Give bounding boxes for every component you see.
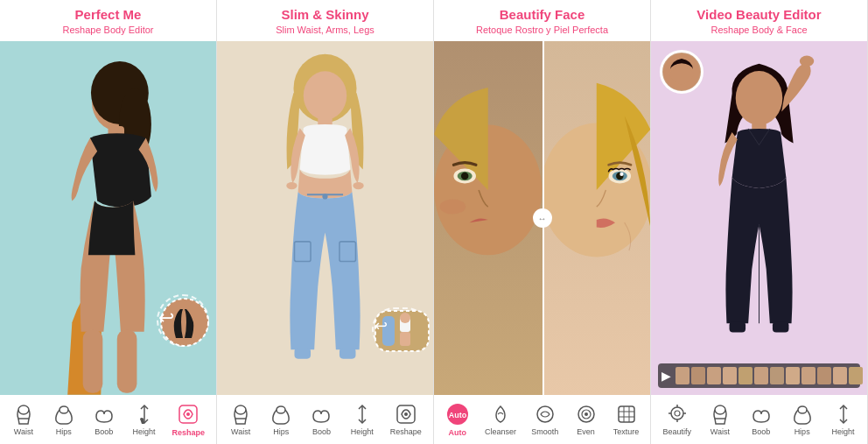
icon-item-waist-1[interactable]: Waist bbox=[11, 402, 36, 437]
card-footer-2: Waist Hips Boob bbox=[217, 395, 433, 444]
svg-rect-58 bbox=[730, 321, 746, 332]
card-footer-3: Auto Auto Cleanser bbox=[434, 395, 650, 444]
cleanser-icon-3 bbox=[488, 402, 513, 426]
card-image-4: ▶ bbox=[651, 41, 867, 395]
svg-point-7 bbox=[18, 405, 29, 414]
thumb-9 bbox=[802, 367, 816, 384]
card-image-2: ↩ bbox=[217, 41, 433, 395]
icon-item-cleanser-3[interactable]: Cleanser bbox=[485, 402, 516, 437]
card-subtitle-2: Slim Waist, Arms, Legs bbox=[220, 24, 430, 36]
card-subtitle-4: Reshape Body & Face bbox=[654, 24, 864, 36]
card-perfect-me: Perfect Me Reshape Body Editor bbox=[0, 0, 217, 444]
card-title-3: Beautify Face bbox=[438, 7, 647, 23]
hips-label-4: Hips bbox=[794, 428, 810, 437]
height-icon-1 bbox=[132, 402, 157, 426]
svg-point-8 bbox=[60, 406, 68, 413]
boob-label-1: Boob bbox=[94, 428, 113, 437]
icon-item-waist-2[interactable]: Waist bbox=[228, 402, 253, 437]
thumb-11 bbox=[833, 367, 847, 384]
svg-rect-26 bbox=[400, 332, 410, 346]
card-header-2: Slim & Skinny Slim Waist, Arms, Legs bbox=[217, 0, 433, 41]
thumb-2 bbox=[691, 367, 705, 384]
curl-arrow-1: ↩ bbox=[158, 307, 174, 329]
height-label-4: Height bbox=[832, 428, 855, 437]
icon-item-auto-3[interactable]: Auto Auto bbox=[445, 402, 470, 437]
svg-point-63 bbox=[675, 411, 680, 416]
svg-point-45 bbox=[537, 406, 553, 422]
svg-point-11 bbox=[186, 412, 190, 416]
waist-icon-4 bbox=[708, 402, 732, 426]
auto-label-3: Auto bbox=[448, 428, 466, 437]
icon-item-waist-4[interactable]: Waist bbox=[708, 402, 732, 437]
svg-point-68 bbox=[715, 405, 725, 414]
card-subtitle-1: Reshape Body Editor bbox=[4, 24, 213, 36]
height-icon-4 bbox=[831, 402, 856, 426]
svg-point-20 bbox=[353, 182, 363, 189]
icon-item-height-2[interactable]: Height bbox=[350, 402, 374, 437]
icon-item-texture-3[interactable]: Texture bbox=[613, 402, 640, 437]
thumb-1 bbox=[676, 367, 690, 384]
height-label-1: Height bbox=[133, 428, 156, 437]
svg-point-32 bbox=[404, 412, 408, 416]
footer-icons-1: Waist Hips Boob bbox=[4, 402, 213, 437]
thumb-12 bbox=[849, 367, 863, 384]
icon-item-hips-1[interactable]: Hips bbox=[52, 402, 76, 437]
icon-item-even-3[interactable]: Even bbox=[574, 402, 598, 437]
card-title-2: Slim & Skinny bbox=[220, 7, 430, 23]
svg-point-28 bbox=[235, 405, 246, 414]
thumb-10 bbox=[817, 367, 831, 384]
waist-label-1: Waist bbox=[14, 428, 33, 437]
svg-rect-22 bbox=[340, 349, 356, 359]
hips-icon-1 bbox=[52, 402, 76, 426]
card-title-1: Perfect Me bbox=[4, 7, 213, 23]
height-icon-2 bbox=[350, 402, 374, 426]
play-button-4[interactable]: ▶ bbox=[662, 369, 671, 383]
waist-label-4: Waist bbox=[710, 428, 730, 437]
avatar-circle-4 bbox=[660, 50, 704, 94]
hips-icon-2 bbox=[269, 402, 293, 426]
svg-point-18 bbox=[322, 194, 327, 200]
icon-item-reshape-2[interactable]: Reshape bbox=[390, 402, 422, 437]
footer-icons-2: Waist Hips Boob bbox=[220, 402, 430, 437]
icon-item-boob-2[interactable]: Boob bbox=[309, 402, 333, 437]
card-footer-1: Waist Hips Boob bbox=[0, 395, 216, 444]
split-arrow: ↔ bbox=[533, 208, 552, 228]
waist-icon-2 bbox=[228, 402, 253, 426]
reshape-icon-1 bbox=[176, 402, 200, 426]
icon-item-boob-1[interactable]: Boob bbox=[92, 402, 116, 437]
icon-item-beautify-4[interactable]: Beautify bbox=[662, 402, 691, 437]
card-image-3: ↔ bbox=[434, 41, 650, 395]
svg-rect-5 bbox=[117, 330, 137, 393]
svg-point-27 bbox=[400, 313, 410, 323]
thumb-4 bbox=[723, 367, 737, 384]
icon-item-reshape-1[interactable]: Reshape bbox=[172, 402, 206, 437]
smooth-label-3: Smooth bbox=[531, 428, 558, 437]
icon-item-height-1[interactable]: Height bbox=[132, 402, 157, 437]
svg-point-48 bbox=[584, 412, 588, 416]
card-subtitle-3: Retoque Rostro y Piel Perfecta bbox=[438, 24, 647, 36]
icon-item-hips-4[interactable]: Hips bbox=[790, 402, 815, 437]
card-header-1: Perfect Me Reshape Body Editor bbox=[0, 0, 216, 41]
boob-icon-2 bbox=[309, 402, 333, 426]
card-video-beauty: Video Beauty Editor Reshape Body & Face bbox=[651, 0, 868, 444]
svg-point-29 bbox=[276, 406, 285, 413]
video-strip-4: ▶ bbox=[658, 363, 860, 388]
svg-point-55 bbox=[736, 71, 783, 125]
card-footer-4: Beautify Waist bbox=[651, 395, 867, 444]
thumb-3 bbox=[707, 367, 721, 384]
icon-item-boob-4[interactable]: Boob bbox=[749, 402, 774, 437]
height-label-2: Height bbox=[351, 428, 374, 437]
svg-rect-49 bbox=[619, 406, 634, 422]
auto-icon-3: Auto bbox=[445, 402, 470, 426]
even-icon-3 bbox=[574, 402, 598, 426]
svg-rect-4 bbox=[83, 330, 103, 393]
cleanser-label-3: Cleanser bbox=[485, 428, 516, 437]
boob-icon-4 bbox=[749, 402, 774, 426]
svg-rect-21 bbox=[295, 349, 312, 359]
icon-item-hips-2[interactable]: Hips bbox=[269, 402, 293, 437]
thumb-6 bbox=[754, 367, 768, 384]
icon-item-smooth-3[interactable]: Smooth bbox=[531, 402, 558, 437]
reshape-label-2: Reshape bbox=[390, 428, 422, 437]
card-slim-skinny: Slim & Skinny Slim Waist, Arms, Legs bbox=[217, 0, 434, 444]
icon-item-height-4[interactable]: Height bbox=[831, 402, 856, 437]
